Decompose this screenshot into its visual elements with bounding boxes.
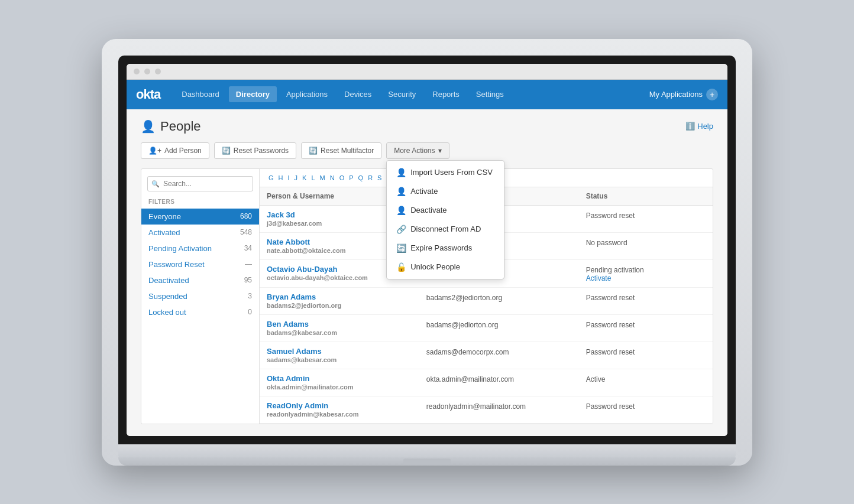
search-icon: 🔍 <box>151 180 160 187</box>
nav-item-devices[interactable]: Devices <box>337 86 379 102</box>
filter-locked-out[interactable]: Locked out 0 <box>141 304 259 320</box>
person-name-5[interactable]: Samuel Adams <box>267 347 426 356</box>
alpha-p[interactable]: P <box>347 174 355 182</box>
table-row: Ben Adams badams@kabesar.com badams@jedi… <box>260 315 713 342</box>
filter-everyone[interactable]: Everyone 680 <box>141 209 259 225</box>
reset-multifactor-button[interactable]: 🔄 Reset Multifactor <box>301 142 381 159</box>
person-username-1: nate.abbott@oktaice.com <box>267 247 346 254</box>
alpha-n[interactable]: N <box>328 174 337 182</box>
dropdown-item-expire-passwords[interactable]: 🔄 Expire Passwords <box>387 239 504 258</box>
dropdown-item-activate[interactable]: 👤 Activate <box>387 182 504 201</box>
filter-password-reset-label: Password Reset <box>148 260 205 269</box>
alpha-s[interactable]: S <box>376 174 383 182</box>
nav-bar: okta Dashboard Directory Applications De… <box>127 80 727 109</box>
filter-locked-out-count: 0 <box>248 308 252 316</box>
laptop-outer: okta Dashboard Directory Applications De… <box>102 39 752 466</box>
nav-item-security[interactable]: Security <box>381 86 423 102</box>
search-input[interactable] <box>147 176 253 191</box>
filter-pending-activation-count: 34 <box>244 244 252 252</box>
person-username-5: sadams@kabesar.com <box>267 356 337 363</box>
deactivate-icon: 👤 <box>396 206 406 215</box>
alpha-q[interactable]: Q <box>357 174 365 182</box>
dropdown-item-disconnect-ad-label: Disconnect From AD <box>410 225 481 233</box>
nav-item-reports[interactable]: Reports <box>425 86 467 102</box>
expire-passwords-icon: 🔄 <box>396 243 406 253</box>
filter-locked-out-label: Locked out <box>148 308 186 317</box>
table-row: Okta Admin okta.admin@mailinator.com okt… <box>260 369 713 396</box>
more-actions-chevron-icon: ▾ <box>438 147 442 155</box>
email-cell-5: sadams@democorpx.com <box>426 347 586 356</box>
alpha-o[interactable]: O <box>338 174 347 182</box>
person-username-2: octavio.abu-dayah@oktaice.com <box>267 274 368 281</box>
status-cell-7: Password reset <box>586 401 706 411</box>
alpha-r[interactable]: R <box>366 174 374 182</box>
col-header-status: Status <box>586 192 706 200</box>
person-cell-3: Bryan Adams badams2@jediorton.org <box>267 292 426 310</box>
alpha-j[interactable]: J <box>293 174 300 182</box>
browser-window: okta Dashboard Directory Applications De… <box>127 64 727 436</box>
filter-pending-activation-label: Pending Activation <box>148 244 212 253</box>
nav-item-directory[interactable]: Directory <box>229 86 277 102</box>
help-link[interactable]: ℹ️ Help <box>685 122 713 131</box>
filter-suspended-count: 3 <box>248 292 252 300</box>
filters-label: FILTERS <box>141 199 259 209</box>
alpha-m[interactable]: M <box>318 174 327 182</box>
nav-items: Dashboard Directory Applications Devices… <box>174 86 649 102</box>
person-name-4[interactable]: Ben Adams <box>267 320 426 329</box>
alpha-g[interactable]: G <box>267 174 276 182</box>
nav-item-settings[interactable]: Settings <box>469 86 511 102</box>
status-pending-activation-2: Pending activation <box>586 266 644 274</box>
filter-pending-activation[interactable]: Pending Activation 34 <box>141 240 259 256</box>
more-actions-dropdown: 👤 Import Users From CSV 👤 Activate 👤 Dea… <box>386 160 504 279</box>
email-cell-7: readonlyadmin@mailinator.com <box>426 401 586 411</box>
status-cell-3: Password reset <box>586 292 706 302</box>
alpha-l[interactable]: L <box>309 174 316 182</box>
alpha-i[interactable]: I <box>286 174 292 182</box>
filter-deactivated-label: Deactivated <box>148 276 189 285</box>
person-cell-7: ReadOnly Admin readonlyadmin@kabesar.com <box>267 401 426 418</box>
person-name-3[interactable]: Bryan Adams <box>267 292 426 301</box>
status-cell-2: Pending activation Activate <box>586 265 706 282</box>
help-circle-icon: ℹ️ <box>685 122 695 131</box>
alpha-h[interactable]: H <box>277 174 285 182</box>
person-username-4: badams@kabesar.com <box>267 329 337 336</box>
add-person-label: Add Person <box>164 147 202 155</box>
filter-password-reset[interactable]: Password Reset — <box>141 256 259 272</box>
add-person-button[interactable]: 👤+ Add Person <box>141 142 209 159</box>
laptop-screen-bezel: okta Dashboard Directory Applications De… <box>118 56 736 444</box>
person-name-7[interactable]: ReadOnly Admin <box>267 401 426 410</box>
dropdown-item-disconnect-ad[interactable]: 🔗 Disconnect From AD <box>387 220 504 239</box>
nav-my-applications[interactable]: My Applications + <box>649 89 718 100</box>
nav-item-dashboard[interactable]: Dashboard <box>174 86 227 102</box>
filter-everyone-label: Everyone <box>148 212 181 221</box>
nav-item-applications[interactable]: Applications <box>279 86 335 102</box>
filter-deactivated[interactable]: Deactivated 95 <box>141 272 259 288</box>
disconnect-ad-icon: 🔗 <box>396 225 406 234</box>
filter-activated-label: Activated <box>148 228 180 237</box>
dropdown-item-unlock-people-label: Unlock People <box>410 262 460 271</box>
person-cell-4: Ben Adams badams@kabesar.com <box>267 320 426 337</box>
browser-dot-green <box>155 69 161 74</box>
more-actions-button[interactable]: More Actions ▾ <box>386 142 449 159</box>
alpha-k[interactable]: K <box>300 174 308 182</box>
unlock-people-icon: 🔓 <box>396 262 406 272</box>
nav-my-applications-label: My Applications <box>649 90 703 99</box>
dropdown-item-unlock-people[interactable]: 🔓 Unlock People <box>387 258 504 277</box>
filter-password-reset-count: — <box>245 260 252 268</box>
reset-passwords-icon: 🔄 <box>222 147 231 155</box>
reset-passwords-button[interactable]: 🔄 Reset Passwords <box>214 142 296 159</box>
reset-multifactor-icon: 🔄 <box>309 147 318 155</box>
status-cell-0: Password reset <box>586 210 706 220</box>
filter-activated[interactable]: Activated 548 <box>141 225 259 240</box>
person-name-6[interactable]: Okta Admin <box>267 374 426 383</box>
activate-link-2[interactable]: Activate <box>586 274 706 282</box>
browser-dot-yellow <box>144 69 150 74</box>
person-cell-6: Okta Admin okta.admin@mailinator.com <box>267 374 426 391</box>
status-cell-5: Password reset <box>586 347 706 356</box>
dropdown-item-import-label: Import Users From CSV <box>410 168 493 177</box>
filter-suspended[interactable]: Suspended 3 <box>141 288 259 304</box>
dropdown-item-import[interactable]: 👤 Import Users From CSV <box>387 163 504 182</box>
person-username-0: j3d@kabesar.com <box>267 220 322 227</box>
dropdown-item-activate-label: Activate <box>410 187 438 196</box>
dropdown-item-deactivate[interactable]: 👤 Deactivate <box>387 201 504 220</box>
